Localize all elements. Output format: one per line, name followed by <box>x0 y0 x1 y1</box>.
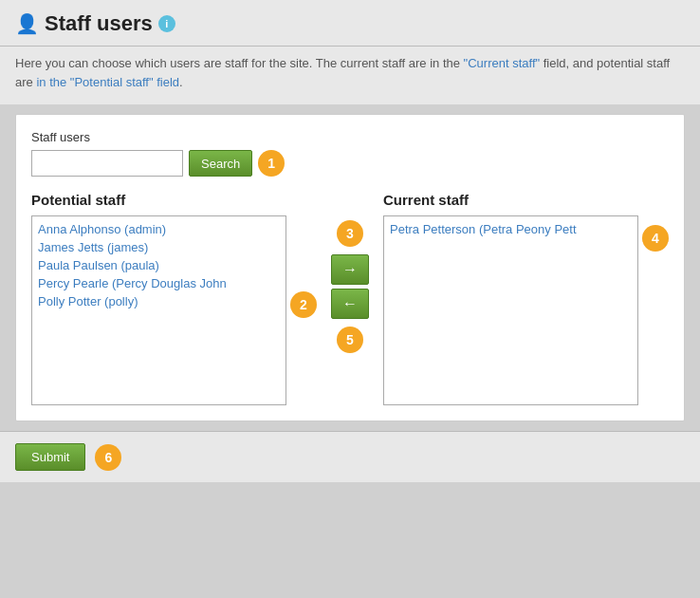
staff-users-label: Staff users <box>31 130 669 144</box>
search-row: Search 1 <box>31 150 669 177</box>
main-content: Staff users Search 1 Potential staff Ann… <box>15 114 685 421</box>
columns-section: Potential staff Anna Alphonso (admin)Jam… <box>31 192 669 405</box>
badge-4: 4 <box>642 225 669 252</box>
potential-staff-listbox[interactable]: Anna Alphonso (admin)James Jetts (james)… <box>31 215 286 405</box>
footer-section: Submit 6 <box>0 431 700 482</box>
move-left-button[interactable]: ← <box>331 289 369 319</box>
page-title: 👤 Staff users i <box>15 11 175 36</box>
badge-6: 6 <box>95 444 121 471</box>
badge-3: 3 <box>337 220 363 247</box>
desc-text-after: . <box>179 75 183 89</box>
info-icon[interactable]: i <box>158 15 175 32</box>
badge-2: 2 <box>290 291 317 318</box>
current-staff-select[interactable]: Petra Petterson (Petra Peony Pett <box>384 216 637 404</box>
badge-5: 5 <box>337 327 363 353</box>
page-wrapper: 👤 Staff users i Here you can choose whic… <box>0 0 700 482</box>
potential-staff-select[interactable]: Anna Alphonso (admin)James Jetts (james)… <box>32 216 286 404</box>
desc-link-potential[interactable]: in the "Potential staff" field <box>36 75 179 89</box>
user-icon: 👤 <box>15 12 39 35</box>
search-input[interactable] <box>31 150 183 177</box>
potential-staff-header: Potential staff <box>31 192 317 208</box>
desc-link-current[interactable]: "Current staff" <box>464 56 541 70</box>
submit-button[interactable]: Submit <box>15 443 85 471</box>
desc-text-before: Here you can choose which users are staf… <box>15 56 464 70</box>
move-right-button[interactable]: → <box>331 254 369 285</box>
current-staff-column: Current staff Petra Petterson (Petra Peo… <box>383 192 669 405</box>
badge-1: 1 <box>258 150 285 177</box>
search-button[interactable]: Search <box>189 150 252 177</box>
current-staff-header: Current staff <box>383 192 669 208</box>
potential-staff-column: Potential staff Anna Alphonso (admin)Jam… <box>31 192 317 405</box>
current-staff-listbox[interactable]: Petra Petterson (Petra Peony Pett <box>383 215 638 405</box>
title-text: Staff users <box>45 11 153 36</box>
header-section: 👤 Staff users i <box>0 0 700 47</box>
arrow-column: 3 → ← 5 <box>326 192 374 353</box>
description-section: Here you can choose which users are staf… <box>0 47 700 104</box>
